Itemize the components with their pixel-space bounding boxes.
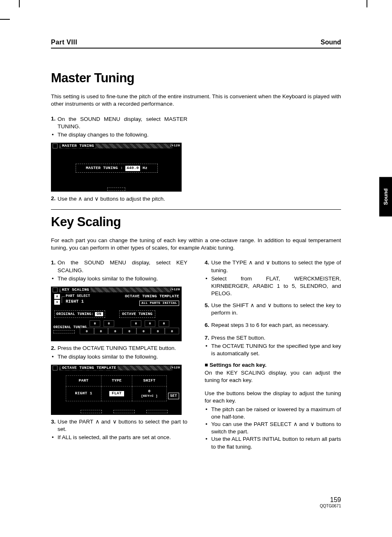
page-number: 159 — [320, 496, 341, 504]
step-num: 4. — [205, 259, 209, 266]
val-part: RIGHT 1 — [66, 386, 101, 401]
down-icon: ∨ — [266, 259, 270, 266]
step-text: Use the ∧ and ∨ buttons to adjust the pi… — [51, 195, 187, 203]
lcd-tempo: ♩=120 — [169, 144, 180, 148]
down-icon: ∨ — [310, 421, 314, 427]
t: and — [297, 421, 311, 427]
white-key-val: 0 — [94, 328, 108, 334]
step-num: 3. — [51, 419, 55, 425]
step-text: Use the TYPE ∧ and ∨ buttons to select t… — [205, 259, 341, 274]
lcd-soft-button — [113, 410, 135, 413]
lcd-title-bar: OCTAVE TUNING TEMPLATE — [59, 366, 173, 370]
step-text: Press the SET button. — [205, 334, 341, 342]
lcd-title-bar: MASTER TUNING — [59, 144, 173, 148]
bullet: The display changes to the following. — [51, 131, 187, 139]
bullet: Select from FLAT, WERCKMEISTER, KIRNBERG… — [205, 275, 341, 298]
header-part: Part VIII — [51, 39, 77, 46]
intro-master-tuning: This setting is used to fine-tune the pi… — [51, 93, 341, 108]
lcd-octave-tuning-template: OCTAVE TUNING TEMPLATE ♩=120 PART TYPE S… — [51, 365, 182, 415]
part-select-label: PART SELECT — [66, 294, 90, 299]
lcd-soft-button — [107, 187, 125, 191]
page-header: Part VIII Sound — [51, 39, 341, 49]
header-section: Sound — [321, 39, 341, 46]
col-part: PART — [66, 375, 101, 386]
white-key-val: 0 — [122, 328, 137, 334]
bullet: Use the ALL PARTS INITIAL button to retu… — [205, 435, 341, 450]
up-arrow-button: ∧ — [54, 294, 60, 299]
step-text: Press the OCTAVE TUNING TEMPLATE button. — [51, 345, 187, 352]
up-icon: ∧ — [293, 421, 297, 427]
all-parts-initial-button: ALL PARTS INITIAL — [139, 301, 179, 306]
right-column: 4. Use the TYPE ∧ and ∨ buttons to selec… — [205, 259, 341, 455]
subheading: Settings for each key. — [205, 361, 341, 369]
up-icon: ∧ — [78, 196, 82, 202]
lcd-tempo: ♩=120 — [169, 287, 180, 292]
step-num: 5. — [205, 302, 209, 308]
up-icon: ∧ — [95, 419, 99, 425]
step-num: 6. — [205, 322, 209, 328]
lcd-tempo: ♩=120 — [169, 366, 180, 370]
lcd-key-scaling: KEY SCALING ♩=120 ∧ ∨ PART SELECT RIGHT … — [51, 287, 182, 341]
title-key-scaling: Key Scaling — [51, 215, 341, 229]
lcd-title-text: MASTER TUNING — [61, 144, 95, 148]
divider — [51, 209, 341, 210]
bullet: The pitch can be raised or lowered by a … — [205, 406, 341, 421]
t: Use the PART — [58, 419, 95, 425]
keyboard-icon — [53, 287, 58, 292]
lcd-title-text: KEY SCALING — [61, 287, 90, 292]
ott-table: PART TYPE SHIFT RIGHT 1 FLAT 0 [KEY=C ] — [66, 375, 167, 401]
lcd-unit: Hz — [143, 166, 148, 171]
col-type: TYPE — [101, 375, 132, 386]
down-icon: ∨ — [95, 196, 99, 202]
lcd-tuning-field: MASTER TUNING : 440.0 Hz — [76, 164, 158, 173]
octave-keys: 0 0 0 0 0 0 0 0 0 — [80, 320, 179, 338]
white-key-val: 0 — [108, 328, 122, 334]
step-num: 7. — [205, 335, 209, 341]
white-key-val: 0 — [151, 328, 165, 334]
shift-val: 0 — [133, 389, 166, 394]
intro-key-scaling: For each part you can change the tuning … — [51, 237, 341, 252]
keyboard-icon — [53, 366, 58, 370]
lcd-master-tuning: MASTER TUNING ♩=120 MASTER TUNING : 440.… — [51, 143, 182, 192]
step-text: Repeat steps 3 to 6 for each part, as ne… — [205, 322, 341, 329]
t: Use the TYPE — [211, 259, 249, 266]
step-text: On the SOUND MENU display, select KEY SC… — [51, 259, 187, 274]
step-text: On the SOUND MENU display, select MASTER… — [51, 116, 187, 130]
page-footer: 159 QQTG0671 — [320, 496, 341, 508]
down-icon: ∨ — [267, 302, 272, 308]
flat-value: FLAT — [109, 391, 124, 396]
left-column: 1. On the SOUND MENU display, select KEY… — [51, 259, 187, 455]
val-type: FLAT — [101, 386, 132, 401]
t: and — [99, 419, 113, 425]
t: Use the SHIFT — [211, 302, 250, 308]
val-shift: 0 [KEY=C ] — [132, 386, 167, 401]
original-tuning-field: ORIGINAL TUNING:ON — [54, 310, 105, 318]
down-arrow-button: ∨ — [54, 300, 60, 305]
t: and — [253, 259, 266, 266]
lcd-title-bar: KEY SCALING — [59, 287, 173, 292]
lcd-value: 440.0 — [125, 166, 140, 171]
step-num: 2. — [51, 345, 55, 351]
bullet: You can use the PART SELECT ∧ and ∨ butt… — [205, 421, 341, 435]
paragraph: Use the buttons below the display to adj… — [205, 390, 341, 405]
bullet: The OCTAVE TUNING for the specified type… — [205, 343, 341, 357]
paragraph: On the KEY SCALING display, you can adju… — [205, 369, 341, 384]
t: and — [82, 196, 95, 202]
lcd-soft-button — [81, 410, 102, 413]
set-button: SET — [168, 393, 179, 399]
t: and — [254, 302, 267, 308]
page-content: Part VIII Sound Master Tuning This setti… — [51, 39, 341, 455]
up-icon: ∧ — [249, 259, 253, 266]
lcd-label: MASTER TUNING : — [86, 166, 123, 171]
on-value: ON — [95, 312, 103, 316]
t: Use the — [58, 196, 78, 202]
step-text: Use the PART ∧ and ∨ buttons to select t… — [51, 418, 187, 433]
step-num: 1. — [51, 259, 55, 266]
bullet: If ALL is selected, all the parts are se… — [51, 434, 187, 441]
white-key-val: 0 — [136, 328, 151, 334]
connector-line — [62, 296, 65, 303]
octave-tuning-template-label: OCTAVE TUNING TEMPLATE — [125, 294, 179, 299]
lcd-soft-button — [53, 330, 75, 333]
tuning-fork-icon — [53, 144, 58, 148]
title-master-tuning: Master Tuning — [51, 71, 341, 86]
